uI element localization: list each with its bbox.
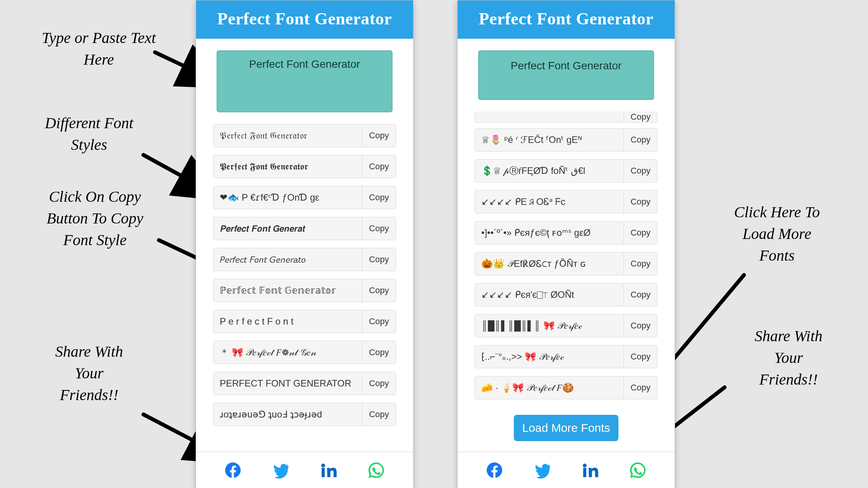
font-row: ↙↙↙↙ ᑭEꋪOᏋᵃ ᖴcCopy <box>475 190 658 213</box>
copy-button[interactable]: Copy <box>362 403 396 426</box>
font-sample: ║█║▌║█║▌║ 🎀 𝒫𝑒𝓇𝒻𝑒𝒸 <box>475 314 623 337</box>
font-sample: PERFECT FONT GENERATOR <box>214 372 362 395</box>
font-row: PERFECT FONT GENERATORCopy <box>213 372 396 395</box>
app-title: Perfect Font Generator <box>458 0 675 39</box>
font-row: ℙ𝕖𝕣𝕗𝕖𝕔𝕥 𝔽𝕠𝕟𝕥 𝔾𝕖𝕟𝕖𝕣𝕒𝕥𝕠𝕣Copy <box>213 279 396 302</box>
copy-button[interactable]: Copy <box>362 124 396 147</box>
font-row: ɹoʇɐɹǝuǝ⅁ ʇuoℲ ʇɔǝɟɹǝdCopy <box>213 403 396 426</box>
font-row: ⁅..⌐¨°ₒ.,>> 🎀 𝒫𝑒𝓇𝒻𝑒𝒸Copy <box>475 345 658 368</box>
facebook-icon[interactable] <box>222 459 244 481</box>
font-row: ＊ 🎀 𝒫𝑒𝓇𝒻𝑒𝒸𝓉 𝐹❁𝓃𝓉 𝒢𝑒𝓃Copy <box>213 341 396 364</box>
annotation-share-left: Share WithYourFriends!! <box>31 341 147 406</box>
annotation-type-here: Type or Paste TextHere <box>12 27 186 70</box>
font-result-list: 𝔓𝔢𝔯𝔣𝔢𝔠𝔱 𝔉𝔬𝔫𝔱 𝔊𝔢𝔫𝔢𝔯𝔞𝔱𝔬𝔯Copy𝕻𝖊𝖗𝖋𝖊𝖈𝖙 𝕱𝖔𝖓𝖙 𝕲… <box>196 124 413 426</box>
app-title: Perfect Font Generator <box>196 0 413 39</box>
annotation-share-right: Share WithYourFriends!! <box>725 325 852 390</box>
font-row: P e r f e c t F o n tCopy <box>213 310 396 333</box>
copy-button[interactable]: Copy <box>623 284 657 306</box>
font-sample: ℙ𝕖𝕣𝕗𝕖𝕔𝕥 𝔽𝕠𝕟𝕥 𝔾𝕖𝕟𝕖𝕣𝕒𝕥𝕠𝕣 <box>214 279 362 302</box>
font-row: ↙↙↙↙ ᑭєя'є⎕⊤ ØOÑtCopy <box>475 283 658 306</box>
font-sample: 𝕻𝖊𝖗𝖋𝖊𝖈𝖙 𝕱𝖔𝖓𝖙 𝕲𝖊𝖓𝖊𝖗𝖆𝖙𝖔𝖗 <box>214 155 362 178</box>
font-row: ❤🐟 P €ɾf€ᶜƊ ƒOnƊ gεCopy <box>213 186 396 209</box>
font-row: ♕🌷 ᵖé ʳ ℱEČt ᶠOnᵗ gEᴺCopy <box>475 128 658 151</box>
twitter-icon[interactable] <box>270 459 291 481</box>
copy-button[interactable]: Copy <box>362 248 396 271</box>
font-row: 💲♕ 𝓅ⓇŕFĘØƊ foÑᵗ ‎ق€lCopy <box>475 159 658 182</box>
share-bar <box>196 452 413 488</box>
copy-button[interactable]: Copy <box>623 191 657 213</box>
screenshot-left: Perfect Font Generator Perfect Font Gene… <box>196 0 413 488</box>
twitter-icon[interactable] <box>531 459 553 481</box>
font-sample: ＊ 🎀 𝒫𝑒𝓇𝒻𝑒𝒸𝓉 𝐹❁𝓃𝓉 𝒢𝑒𝓃 <box>214 341 362 364</box>
screenshot-right: Perfect Font Generator Perfect Font Gene… <box>457 0 675 488</box>
font-sample: ⁅..⌐¨°ₒ.,>> 🎀 𝒫𝑒𝓇𝒻𝑒𝒸 <box>475 345 623 368</box>
font-row-partial: Copy <box>475 112 658 123</box>
font-row: 𝕻𝖊𝖗𝖋𝖊𝖈𝖙 𝕱𝖔𝖓𝖙 𝕲𝖊𝖓𝖊𝖗𝖆𝖙𝖔𝖗Copy <box>213 155 396 178</box>
copy-button[interactable]: Copy <box>623 345 657 368</box>
font-row: 🧀 · 🍦🎀 𝒫𝑒𝓇𝒻𝑒𝒸𝓉 𝐹🍪Copy <box>475 376 658 399</box>
font-sample: •]••´º´•» ᑭєяƒє©ţ ꜰᴏᵐˢ gεØ <box>475 222 623 244</box>
font-row: 𝙋𝙚𝙧𝙛𝙚𝙘𝙩 𝙁𝙤𝙣𝙩 𝙂𝙚𝙣𝙚𝙧𝙖𝙩Copy <box>213 217 396 240</box>
load-more-button[interactable]: Load More Fonts <box>514 415 618 441</box>
copy-button[interactable]: Copy <box>623 129 657 151</box>
copy-button[interactable]: Copy <box>623 253 657 275</box>
copy-button[interactable]: Copy <box>362 310 396 333</box>
font-sample: 𝔓𝔢𝔯𝔣𝔢𝔠𝔱 𝔉𝔬𝔫𝔱 𝔊𝔢𝔫𝔢𝔯𝔞𝔱𝔬𝔯 <box>214 124 362 147</box>
copy-button[interactable]: Copy <box>623 314 657 337</box>
facebook-icon[interactable] <box>484 459 505 481</box>
font-sample: 💲♕ 𝓅ⓇŕFĘØƊ foÑᵗ ‎ق€l <box>475 160 623 182</box>
font-sample: 𝙋𝙚𝙧𝙛𝙚𝙘𝙩 𝙁𝙤𝙣𝙩 𝙂𝙚𝙣𝙚𝙧𝙖𝙩 <box>214 217 362 240</box>
font-sample: ❤🐟 P €ɾf€ᶜƊ ƒOnƊ gε <box>214 186 362 209</box>
whatsapp-icon[interactable] <box>627 459 649 481</box>
copy-button[interactable]: Copy <box>362 155 396 178</box>
annotation-styles: Different FontStyles <box>12 112 167 156</box>
font-sample: 𝘗𝘦𝘳𝘧𝘦𝘤𝘵 𝘍𝘰𝘯𝘵 𝘎𝘦𝘯𝘦𝘳𝘢𝘵𝘰 <box>214 248 362 271</box>
linkedin-icon[interactable] <box>579 459 601 481</box>
font-row: 🎃👑 𝒫Ef℟ØᏋ⊂т ƒȌÑт ɢCopy <box>475 252 658 275</box>
font-sample: P e r f e c t F o n t <box>214 310 362 333</box>
copy-button[interactable]: Copy <box>362 186 396 209</box>
whatsapp-icon[interactable] <box>365 459 387 481</box>
copy-button[interactable]: Copy <box>362 372 396 395</box>
annotation-load-more: Click Here ToLoad MoreFonts <box>709 201 845 266</box>
copy-button[interactable]: Copy <box>623 112 657 122</box>
copy-button[interactable]: Copy <box>623 160 657 182</box>
copy-button[interactable]: Copy <box>362 341 396 364</box>
annotation-copy-btn: Click On CopyButton To CopyFont Style <box>23 186 167 251</box>
font-row: •]••´º´•» ᑭєяƒє©ţ ꜰᴏᵐˢ gεØCopy <box>475 221 658 244</box>
font-row: ║█║▌║█║▌║ 🎀 𝒫𝑒𝓇𝒻𝑒𝒸Copy <box>475 314 658 337</box>
copy-button[interactable]: Copy <box>362 279 396 302</box>
font-row: 𝔓𝔢𝔯𝔣𝔢𝔠𝔱 𝔉𝔬𝔫𝔱 𝔊𝔢𝔫𝔢𝔯𝔞𝔱𝔬𝔯Copy <box>213 124 396 147</box>
text-input[interactable]: Perfect Font Generator <box>478 50 654 100</box>
font-sample: 🧀 · 🍦🎀 𝒫𝑒𝓇𝒻𝑒𝒸𝓉 𝐹🍪 <box>475 376 623 399</box>
font-sample: ♕🌷 ᵖé ʳ ℱEČt ᶠOnᵗ gEᴺ <box>475 129 623 151</box>
copy-button[interactable]: Copy <box>623 376 657 399</box>
font-result-list: ♕🌷 ᵖé ʳ ℱEČt ᶠOnᵗ gEᴺCopy💲♕ 𝓅ⓇŕFĘØƊ foÑᵗ… <box>458 128 675 399</box>
linkedin-icon[interactable] <box>318 459 339 481</box>
share-bar <box>458 452 675 488</box>
copy-button[interactable]: Copy <box>362 217 396 240</box>
text-input[interactable]: Perfect Font Generator <box>217 50 393 112</box>
copy-button[interactable]: Copy <box>623 222 657 244</box>
font-sample: ↙↙↙↙ ᑭEꋪOᏋᵃ ᖴc <box>475 191 623 213</box>
font-sample: ɹoʇɐɹǝuǝ⅁ ʇuoℲ ʇɔǝɟɹǝd <box>214 403 362 426</box>
font-sample: ↙↙↙↙ ᑭєя'є⎕⊤ ØOÑt <box>475 284 623 306</box>
font-row: 𝘗𝘦𝘳𝘧𝘦𝘤𝘵 𝘍𝘰𝘯𝘵 𝘎𝘦𝘯𝘦𝘳𝘢𝘵𝘰Copy <box>213 248 396 271</box>
font-sample: 🎃👑 𝒫Ef℟ØᏋ⊂т ƒȌÑт ɢ <box>475 253 623 275</box>
